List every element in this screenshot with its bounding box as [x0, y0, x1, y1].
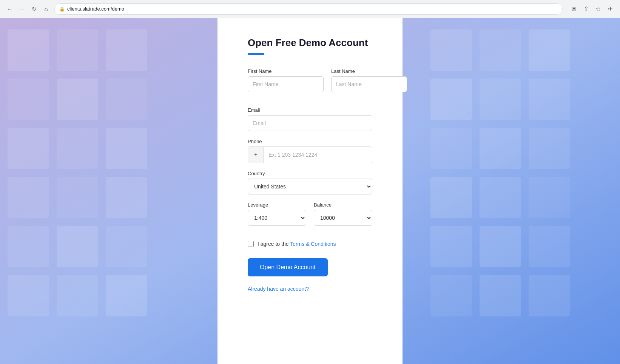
terms-link[interactable]: Terms & Conditions: [290, 241, 336, 247]
balance-label: Balance: [314, 202, 372, 208]
first-name-group: First Name: [248, 68, 324, 92]
bookmark-button[interactable]: ☆: [593, 4, 603, 14]
name-row: First Name Last Name: [248, 68, 372, 100]
reload-button[interactable]: ↻: [29, 4, 39, 14]
balance-select[interactable]: 1000 5000 10000 25000 50000 100000: [314, 210, 372, 226]
address-bar[interactable]: 🔒 clients.slatrade.com/demo: [54, 3, 563, 15]
country-label: Country: [248, 171, 372, 176]
phone-label: Phone: [248, 139, 372, 144]
first-name-label: First Name: [248, 68, 324, 74]
phone-group: Phone +: [248, 139, 372, 163]
email-label: Email: [248, 107, 372, 113]
url-text: clients.slatrade.com/demo: [67, 6, 124, 12]
forward-button[interactable]: →: [17, 4, 27, 14]
page-wrapper: Open Free Demo Account First Name Last N…: [0, 18, 620, 364]
first-name-input[interactable]: [248, 76, 324, 92]
title-underline: [248, 53, 264, 55]
lock-icon: 🔒: [59, 6, 65, 12]
page-content: Open Free Demo Account First Name Last N…: [0, 18, 620, 364]
email-input[interactable]: [248, 115, 372, 131]
last-name-label: Last Name: [331, 68, 407, 74]
phone-input[interactable]: [264, 147, 372, 163]
home-button[interactable]: ⌂: [41, 4, 51, 14]
country-select[interactable]: United States United Kingdom Canada Aust…: [248, 179, 372, 194]
nav-buttons: ← → ↻ ⌂: [5, 4, 51, 14]
terms-checkbox[interactable]: [248, 241, 254, 247]
leverage-label: Leverage: [248, 202, 306, 208]
open-demo-button[interactable]: Open Demo Account: [248, 258, 328, 276]
translate-button[interactable]: 🗏: [569, 4, 579, 14]
phone-wrapper: +: [248, 147, 372, 163]
agree-text: I agree to the Terms & Conditions: [258, 241, 336, 247]
last-name-group: Last Name: [331, 68, 407, 92]
phone-prefix[interactable]: +: [248, 147, 264, 163]
leverage-balance-row: Leverage 1:50 1:100 1:200 1:400 1:500 Ba…: [248, 202, 372, 233]
last-name-input[interactable]: [331, 76, 407, 92]
share-button[interactable]: ⇪: [581, 4, 591, 14]
country-group: Country United States United Kingdom Can…: [248, 171, 372, 194]
toolbar-right: 🗏 ⇪ ☆ ✈: [569, 4, 615, 14]
leverage-select[interactable]: 1:50 1:100 1:200 1:400 1:500: [248, 210, 306, 226]
browser-chrome: ← → ↻ ⌂ 🔒 clients.slatrade.com/demo 🗏 ⇪ …: [0, 0, 620, 18]
balance-group: Balance 1000 5000 10000 25000 50000 1000…: [314, 202, 372, 226]
form-container: Open Free Demo Account First Name Last N…: [217, 18, 403, 364]
page-title: Open Free Demo Account: [248, 37, 372, 49]
already-account-link[interactable]: Already have an account?: [248, 286, 309, 292]
leverage-group: Leverage 1:50 1:100 1:200 1:400 1:500: [248, 202, 306, 226]
terms-row: I agree to the Terms & Conditions: [248, 241, 372, 247]
email-group: Email: [248, 107, 372, 131]
back-button[interactable]: ←: [5, 4, 15, 14]
extensions-button[interactable]: ✈: [605, 4, 615, 14]
